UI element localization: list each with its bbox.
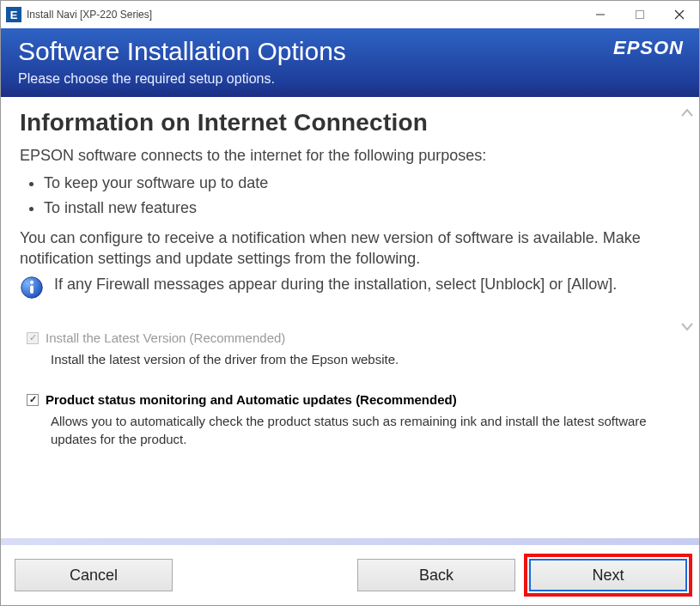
info-configure-text: You can configure to receive a notificat… [20,227,677,270]
info-icon [20,276,44,300]
section-title: Information on Internet Connection [20,109,677,136]
footer: Cancel Back Next [1,538,699,605]
close-button[interactable] [660,1,699,28]
window-title: Install Navi [XP-220 Series] [27,9,152,21]
content: Information on Internet Connection EPSON… [1,97,699,605]
option-head: ✓ Install the Latest Version (Recommende… [27,330,677,345]
checkbox-install-latest: ✓ [27,332,39,344]
option-head: ✓ Product status monitoring and Automati… [27,392,677,407]
page-subtitle: Please choose the required setup options… [18,71,682,87]
app-icon: E [6,7,21,22]
checkbox-status-monitoring[interactable]: ✓ [27,394,39,406]
brand-logo: EPSON [613,37,684,59]
firewall-note-text: If any Firewall messages appear during t… [54,276,617,294]
option-label: Install the Latest Version (Recommended) [46,330,285,345]
button-bar: Cancel Back Next [1,545,699,605]
svg-point-5 [30,281,33,284]
list-item: To install new features [44,196,677,221]
next-button-highlight: Next [524,554,692,597]
option-desc: Install the latest version of the driver… [51,350,677,368]
info-intro: EPSON software connects to the internet … [20,145,677,166]
option-install-latest: ✓ Install the Latest Version (Recommende… [27,330,677,368]
footer-separator [1,538,699,545]
info-panel: Information on Internet Connection EPSON… [1,97,699,308]
cancel-button[interactable]: Cancel [15,559,173,591]
option-status-monitoring: ✓ Product status monitoring and Automati… [27,392,677,448]
svg-rect-6 [30,286,33,294]
minimize-icon [595,9,606,20]
minimize-button[interactable] [581,1,620,28]
info-purposes-list: To keep your software up to date To inst… [20,171,677,221]
list-item: To keep your software up to date [44,171,677,196]
scroll-up-icon[interactable] [680,104,694,122]
window: E Install Navi [XP-220 Series] Software … [0,0,700,606]
titlebar: E Install Navi [XP-220 Series] [1,1,699,28]
option-desc: Allows you to automatically check the pr… [51,412,677,448]
back-button[interactable]: Back [357,559,515,591]
close-icon [674,9,685,20]
page-title: Software Installation Options [18,37,682,66]
scroll-down-icon[interactable] [680,318,694,336]
next-button[interactable]: Next [529,559,687,591]
svg-rect-1 [636,11,644,19]
option-label: Product status monitoring and Automatic … [46,392,457,407]
maximize-icon [635,9,645,20]
firewall-note: If any Firewall messages appear during t… [20,276,677,300]
maximize-button[interactable] [620,1,660,28]
header: Software Installation Options Please cho… [1,28,699,97]
options-panel: ✓ Install the Latest Version (Recommende… [1,308,699,538]
window-controls [581,1,699,28]
